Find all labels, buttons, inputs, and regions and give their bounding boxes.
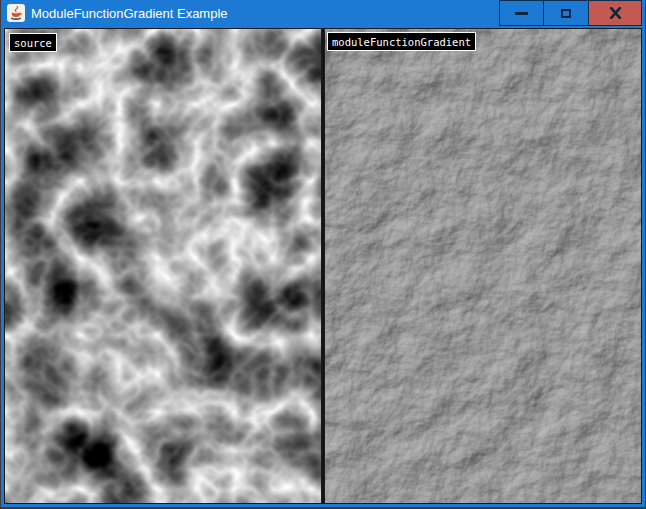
source-image-panel: source (4, 28, 322, 504)
close-x-icon (609, 7, 622, 19)
minimize-dash-icon (515, 12, 528, 15)
source-noise-image (4, 28, 322, 504)
gradient-image-panel: moduleFunctionGradient (324, 28, 642, 504)
java-coffee-cup-icon (7, 4, 25, 22)
module-function-gradient-image (324, 28, 642, 504)
maximize-square-icon (561, 9, 571, 18)
titlebar[interactable]: ModuleFunctionGradient Example (1, 0, 645, 28)
gradient-image-label: moduleFunctionGradient (327, 32, 476, 51)
window-title: ModuleFunctionGradient Example (31, 0, 228, 28)
window-controls (499, 0, 642, 26)
close-button[interactable] (589, 0, 642, 26)
app-window: ModuleFunctionGradient Example (1, 0, 645, 507)
source-image-label: source (9, 33, 57, 52)
content-area: source (4, 28, 642, 504)
maximize-button[interactable] (544, 0, 589, 26)
minimize-button[interactable] (499, 0, 544, 26)
